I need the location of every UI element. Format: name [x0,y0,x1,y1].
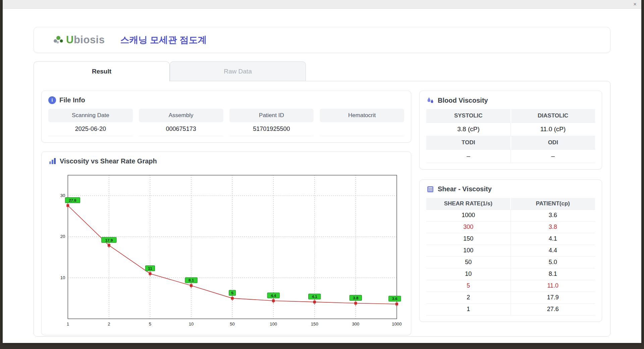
svg-text:17.9: 17.9 [105,238,113,242]
svg-text:150: 150 [311,321,318,327]
logo-dots-icon [53,34,64,46]
file-info-grid: Scanning Date 2025-06-20 Assembly 000675… [48,109,404,136]
field-value [320,122,404,136]
brand-rest: biosis [74,34,105,46]
tab-result[interactable]: Result [34,61,170,81]
svg-text:30: 30 [60,193,65,198]
svg-text:27.6: 27.6 [69,198,76,202]
patient-viscosity-value: 3.6 [511,210,595,221]
field-value: 2025-06-20 [48,122,133,136]
svg-text:100: 100 [270,321,277,327]
table-row: 3.8 (cP) 11.0 (cP) [426,122,595,136]
left-column: i File Info Scanning Date 2025-06-20 Ass… [41,91,411,335]
patient-viscosity-value: 4.4 [511,245,595,257]
todi-header: TODI [426,136,511,149]
svg-text:11: 11 [148,266,152,270]
viscosity-chart: 1020301251050100150300100027.617.9118.15… [51,170,402,329]
table-row: 1 27.6 [426,304,595,315]
systolic-header: SYSTOLIC [426,109,511,122]
tab-raw-data[interactable]: Raw Data [170,61,306,81]
systolic-value: 3.8 (cP) [426,122,511,136]
blood-viscosity-table: SYSTOLIC DIASTOLIC 3.8 (cP) 11.0 (cP) TO… [426,109,595,163]
table-row: 100 4.4 [426,245,595,257]
table-row: – – [426,149,595,163]
shear-rate-value: 50 [426,257,511,268]
shear-rate-value: 10 [426,268,511,280]
svg-text:8.1: 8.1 [189,278,194,282]
field-patient-id: Patient ID 51701925500 [229,109,314,136]
blood-viscosity-card: Blood Viscosity SYSTOLIC DIASTOLIC 3.8 (… [419,91,602,169]
svg-text:2: 2 [108,321,110,327]
file-info-title: File Info [59,96,85,104]
patient-viscosity-value: 17.9 [511,292,595,304]
patient-viscosity-value: 3.8 [511,221,595,233]
svg-text:10: 10 [60,275,65,280]
grid-table-icon [426,185,434,193]
page-title: 스캐닝 모세관 점도계 [120,34,207,46]
odi-value: – [511,149,595,163]
svg-text:5: 5 [149,321,151,327]
field-label: Assembly [139,109,223,122]
info-icon: i [48,96,56,104]
svg-text:50: 50 [230,321,235,327]
diastolic-value: 11.0 (cP) [511,122,595,136]
odi-header: ODI [511,136,595,149]
shear-rate-value: 100 [426,245,511,257]
table-row: 10 8.1 [426,268,595,280]
field-hematocrit: Hematocrit [320,109,404,136]
result-panel: i File Info Scanning Date 2025-06-20 Ass… [34,81,610,337]
shear-rate-value: 1 [426,304,511,315]
table-header-row: SHEAR RATE(1/s) PATIENT(cp) [426,198,595,210]
shear-viscosity-title: Shear - Viscosity [438,185,492,193]
svg-text:1000: 1000 [392,321,401,327]
table-row: TODI ODI [426,136,595,149]
shear-rate-value: 5 [426,280,511,292]
shear-rate-value: 150 [426,233,511,245]
table-row: 1000 3.6 [426,210,595,221]
table-row: 300 3.8 [426,221,595,233]
page-content: Ubiosis 스캐닝 모세관 점도계 Result Raw Data i Fi… [3,9,641,343]
blood-viscosity-title: Blood Viscosity [438,97,488,104]
svg-text:1: 1 [67,321,69,327]
shear-rate-value: 300 [426,221,511,233]
svg-text:5: 5 [231,291,233,295]
diastolic-header: DIASTOLIC [511,109,595,122]
field-assembly: Assembly 000675173 [139,109,223,136]
svg-text:4.4: 4.4 [271,294,276,298]
ubiosis-logo: Ubiosis [53,34,105,46]
viscosity-graph-card: Viscosity vs Shear Rate Graph 1020301251… [41,151,411,335]
field-label: Patient ID [229,109,314,122]
field-label: Hematocrit [320,109,404,122]
svg-text:300: 300 [352,321,359,327]
right-column: Blood Viscosity SYSTOLIC DIASTOLIC 3.8 (… [419,91,602,335]
table-row: 2 17.9 [426,292,595,304]
shear-rate-value: 2 [426,292,511,304]
patient-viscosity-value: 27.6 [511,304,595,315]
table-row: 150 4.1 [426,233,595,245]
table-row: 5 11.0 [426,280,595,292]
close-icon[interactable]: × [632,1,638,7]
table-row: SYSTOLIC DIASTOLIC [426,109,595,122]
svg-text:4.1: 4.1 [312,295,318,299]
titlebar: × [3,0,641,9]
patient-column-header: PATIENT(cp) [511,198,595,210]
patient-viscosity-value: 4.1 [511,233,595,245]
shear-rate-value: 1000 [426,210,511,221]
brand-u: U [66,34,74,46]
shear-rate-column-header: SHEAR RATE(1/s) [426,198,511,210]
field-scanning-date: Scanning Date 2025-06-20 [48,109,133,136]
water-drops-icon [426,96,434,104]
app-window: × Ubiosis 스캐닝 모세관 점도계 Result Raw Data [3,0,641,343]
bar-chart-icon [48,157,56,165]
chart-area: 1020301251050100150300100027.617.9118.15… [48,170,404,329]
shear-viscosity-card: Shear - Viscosity SHEAR RATE(1/s) PATIEN… [419,180,602,322]
file-info-card: i File Info Scanning Date 2025-06-20 Ass… [41,91,411,143]
svg-text:10: 10 [189,321,194,327]
svg-text:3.6: 3.6 [392,297,397,301]
brand-text: Ubiosis [66,34,105,46]
tab-bar: Result Raw Data [34,61,610,81]
header-card: Ubiosis 스캐닝 모세관 점도계 [34,27,610,53]
svg-text:20: 20 [60,234,65,239]
patient-viscosity-value: 11.0 [511,280,595,292]
shear-viscosity-table: SHEAR RATE(1/s) PATIENT(cp) 1000 3.6 300… [426,198,595,315]
